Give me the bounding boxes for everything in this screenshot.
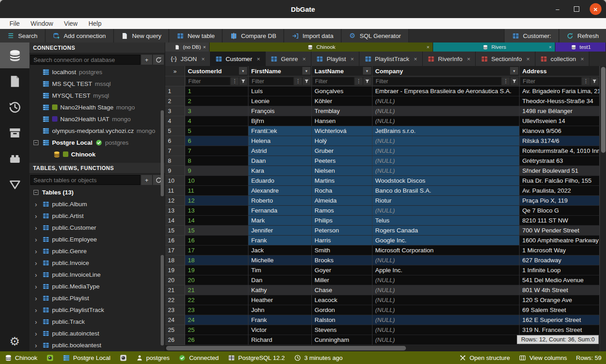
filter-input[interactable] — [520, 77, 581, 85]
grid-cell[interactable]: Sřnder Boulevard 51 — [520, 166, 600, 176]
grid-cell[interactable]: Wichterlová — [312, 126, 372, 136]
grid-cell[interactable]: 14 — [185, 216, 248, 226]
file-tab-collection[interactable]: collection× — [535, 52, 590, 66]
grid-cell[interactable]: 15 — [185, 226, 248, 236]
filter-funnel-button[interactable] — [303, 77, 310, 85]
menu-item-view[interactable]: View — [59, 19, 82, 28]
row-number[interactable]: 22 — [165, 295, 185, 305]
row-number[interactable]: 24 — [165, 315, 185, 325]
row-number[interactable]: 21 — [165, 285, 185, 295]
column-header-lastname[interactable]: LastName▾ — [312, 66, 372, 76]
file-tab-playlist[interactable]: Playlist× — [311, 52, 359, 66]
grid-cell[interactable]: Kathy — [248, 285, 312, 295]
grid-cell[interactable]: Harris — [312, 236, 372, 246]
statusbar-item-postgre-local[interactable]: Postgre Local — [63, 354, 111, 361]
grid-cell[interactable]: Embraer - Empresa Brasileira de Aeronáut… — [372, 86, 520, 96]
grid-cell[interactable]: 700 W Pender Street — [520, 226, 600, 236]
activity-item-triangle-down[interactable] — [0, 171, 29, 197]
database-tab-test1[interactable]: test1 — [555, 43, 606, 52]
connection-item[interactable]: −Postgre Localpostgres — [29, 137, 165, 148]
row-number[interactable]: 26 — [165, 335, 185, 345]
filter-menu-button[interactable]: ⋮ — [355, 77, 363, 85]
connection-item[interactable]: Chinook — [29, 148, 165, 160]
grid-cell[interactable]: Bjřrn — [248, 116, 312, 126]
row-number[interactable]: 10 — [165, 176, 185, 186]
file-tab-customer[interactable]: Customer× — [210, 52, 266, 66]
grid-cell[interactable]: Gonçalves — [312, 86, 372, 96]
table-item[interactable]: ›public.booleantest — [29, 339, 165, 351]
row-number[interactable]: 25 — [165, 325, 185, 335]
grid-cell[interactable]: 12 — [185, 196, 248, 206]
close-icon[interactable]: × — [467, 56, 471, 62]
filter-input[interactable] — [313, 77, 354, 85]
grid-cell[interactable]: Michelle — [248, 255, 312, 265]
row-number[interactable]: 17 — [165, 246, 185, 255]
grid-cell[interactable]: (NULL) — [372, 285, 520, 295]
close-icon[interactable]: × — [549, 44, 552, 50]
activity-item-plugin[interactable] — [0, 146, 29, 171]
grid-cell[interactable]: (NULL) — [372, 206, 520, 216]
grid-cell[interactable]: 627 Broadway — [520, 255, 600, 265]
close-icon[interactable]: × — [257, 56, 260, 62]
chevron-down-icon[interactable]: ▾ — [510, 67, 518, 75]
grid-cell[interactable]: Qe 7 Bloco G — [520, 206, 600, 216]
grid-cell[interactable]: 24 — [185, 315, 248, 325]
table-item[interactable]: ›public.InvoiceLine — [29, 269, 165, 280]
grid-cell[interactable]: Grétrystraat 63 — [520, 156, 600, 166]
file-tab-json[interactable]: {-}JSON× — [165, 52, 210, 66]
grid-cell[interactable]: 20 — [185, 275, 248, 285]
grid-expand-corner[interactable]: » — [165, 66, 185, 76]
grid-cell[interactable]: Rocha — [312, 186, 372, 196]
row-number[interactable]: 5 — [165, 126, 185, 136]
menu-item-window[interactable]: Window — [26, 19, 58, 28]
grid-cell[interactable]: Nielsen — [312, 166, 372, 176]
connection-item[interactable]: olympus-medportal.vychozi.czmongo — [29, 125, 165, 137]
statusbar-item[interactable] — [119, 354, 127, 361]
grid-cell[interactable]: Frank — [248, 315, 312, 325]
filter-menu-button[interactable]: ⋮ — [294, 77, 302, 85]
table-item[interactable]: ›public.Employee — [29, 233, 165, 245]
grid-cell[interactable]: 801 W 4th Street — [520, 285, 600, 295]
column-header-customerid[interactable]: CustomerId▾ — [185, 66, 248, 76]
row-number[interactable]: 7 — [165, 146, 185, 156]
add-table-plus-button[interactable]: + — [141, 175, 152, 185]
grid-cell[interactable]: John — [248, 305, 312, 315]
grid-cell[interactable]: Richard — [248, 335, 312, 345]
grid-cell[interactable]: (NULL) — [372, 156, 520, 166]
grid-cell[interactable]: Tim — [248, 265, 312, 275]
grid-cell[interactable]: Astrid — [248, 146, 312, 156]
grid-cell[interactable]: 19 — [185, 265, 248, 275]
grid-cell[interactable]: 26 — [185, 335, 248, 345]
activity-item-database-white[interactable] — [0, 43, 29, 68]
grid-cell[interactable]: Smith — [312, 246, 372, 255]
grid-cell[interactable]: (NULL) — [372, 136, 520, 146]
grid-cell[interactable]: (NULL) — [372, 295, 520, 305]
grid-cell[interactable]: Theodor-Heuss-Straße 34 — [520, 96, 600, 106]
activity-item-history[interactable] — [0, 94, 29, 120]
grid-cell[interactable]: Heather — [248, 295, 312, 305]
filter-menu-button[interactable]: ⋮ — [582, 77, 590, 85]
statusbar-item-connected[interactable]: Connected — [179, 354, 219, 361]
toolbar-button-search[interactable]: ☰Search — [0, 29, 46, 43]
row-number[interactable]: 9 — [165, 166, 185, 176]
statusbar-item-3-minutes-ago[interactable]: 3 minutes ago — [294, 354, 343, 361]
statusbar-item-rows-59[interactable]: Rows: 59 — [576, 355, 601, 361]
connection-item[interactable]: Nano2Health UATmongo — [29, 113, 165, 125]
grid-cell[interactable]: Rogers Canada — [372, 226, 520, 236]
activity-item-file-white[interactable] — [0, 68, 29, 94]
connections-scrollbar[interactable] — [161, 110, 164, 196]
row-number[interactable]: 8 — [165, 156, 185, 166]
grid-cell[interactable]: Luís — [248, 86, 312, 96]
grid-cell[interactable]: 8 — [185, 156, 248, 166]
close-button[interactable]: × — [590, 3, 601, 15]
row-number[interactable]: 19 — [165, 265, 185, 275]
tables-search-input[interactable] — [30, 175, 140, 185]
database-tab-rivers[interactable]: Rivers× — [433, 43, 555, 52]
table-item[interactable]: ›public.Customer — [29, 222, 165, 233]
table-item[interactable]: ›public.PlaylistTrack — [29, 304, 165, 316]
table-item[interactable]: ›public.autoinctest — [29, 327, 165, 339]
grid-cell[interactable]: JetBrains s.r.o. — [372, 126, 520, 136]
grid-cell[interactable]: (NULL) — [372, 255, 520, 265]
grid-cell[interactable]: (NULL) — [372, 166, 520, 176]
grid-cell[interactable]: Riotur — [372, 196, 520, 206]
